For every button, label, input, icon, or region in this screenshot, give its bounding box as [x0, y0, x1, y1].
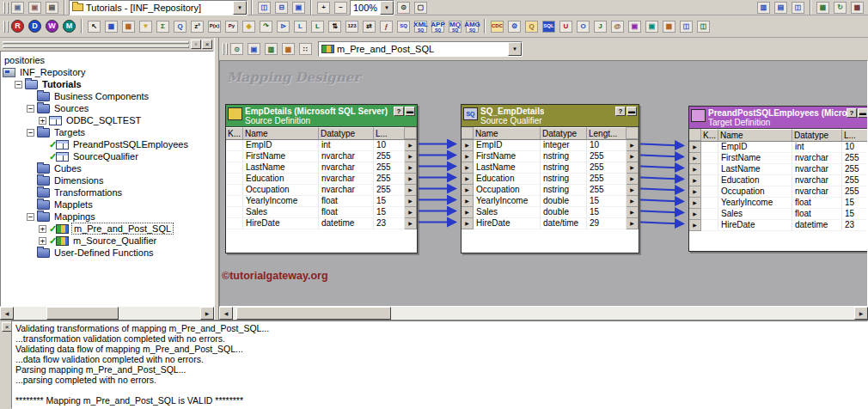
port-row[interactable]: FirstNamenvarchar255▶ — [226, 151, 417, 162]
tree-item-label[interactable]: Sources — [52, 103, 90, 113]
rank-transformation-icon[interactable]: P(x) — [206, 19, 223, 34]
sequence-generator-icon[interactable]: 123 — [344, 19, 360, 34]
arrange-workspace-icon[interactable]: ▥ — [263, 41, 279, 57]
panel-grip[interactable] — [2, 40, 190, 50]
scroll-track[interactable] — [233, 307, 854, 320]
zoom-out-icon[interactable]: − — [333, 0, 349, 15]
port-arrow-button[interactable]: ▶ — [462, 218, 474, 229]
port-arrow-button[interactable]: ▶ — [462, 207, 474, 218]
port-arrow-button[interactable]: ▶ — [627, 151, 639, 162]
xml-source-qualifier-icon[interactable]: XMLSQ — [413, 19, 429, 34]
tree-item-label[interactable]: Tutorials — [40, 79, 83, 89]
port-row[interactable]: ▶Educationnstring255▶ — [462, 174, 639, 185]
table-header[interactable]: EmpDetails (Microsoft SQL Server) Source… — [226, 105, 417, 127]
expand-icon[interactable]: + — [39, 225, 46, 233]
port-arrow-button[interactable]: ▶ — [689, 175, 701, 186]
fit-to-page-icon[interactable]: ▢ — [413, 0, 429, 15]
tree-item-label[interactable]: Transformations — [52, 187, 124, 198]
port-arrow-button[interactable]: ▶ — [689, 186, 701, 198]
collapse-icon[interactable]: − — [27, 105, 34, 113]
toolbar-grip[interactable] — [222, 42, 228, 56]
cdc-source-icon[interactable]: CDC — [489, 19, 505, 34]
port-arrow-button[interactable]: ▶ — [405, 207, 417, 218]
tree-item-cubes[interactable]: Cubes — [1, 162, 213, 174]
tree-item-label[interactable]: Dimensions — [52, 175, 105, 186]
print-icon[interactable]: ▤ — [44, 0, 60, 15]
tree-item-odbc-sqltest[interactable]: +ODBC_SQLTEST — [1, 114, 213, 126]
port-arrow-button[interactable]: ▶ — [405, 218, 417, 229]
port-row[interactable]: ▶FirstNamenstring255▶ — [462, 151, 639, 162]
tree-item-mappings[interactable]: −Mappings — [1, 211, 213, 223]
port-arrow-button[interactable]: ▶ — [462, 196, 474, 207]
edit-tables-icon[interactable]: ▦ — [120, 19, 137, 34]
zoom-tool-icon[interactable]: ⊙ — [229, 41, 245, 57]
mapplet-input-icon[interactable]: ◫ — [678, 19, 694, 34]
port-arrow-button[interactable]: ▶ — [462, 185, 474, 196]
router-transformation-icon[interactable]: Py — [223, 19, 240, 34]
designer-icon[interactable]: D — [27, 19, 43, 34]
tree-item-sources[interactable]: −Sources — [1, 102, 213, 114]
dock-panel-button[interactable]: ▫ — [191, 40, 201, 49]
tree-item-label[interactable]: Business Components — [52, 91, 150, 101]
select-tool-icon[interactable]: ↖ — [86, 19, 102, 34]
tree-item-preandpostsqlemployees[interactable]: ✓PreandPostSQLEmployees — [1, 138, 213, 150]
port-arrow-button[interactable]: ▶ — [405, 162, 417, 174]
check-in-icon[interactable]: ▣ — [27, 0, 43, 15]
port-row[interactable]: ▶LastNamenvarchar255 — [689, 164, 868, 175]
scroll-left-button[interactable]: ◀ — [219, 307, 233, 320]
dropdown-arrow-icon[interactable]: ▼ — [233, 1, 247, 15]
normalizer-transformation-icon[interactable]: ◆ — [241, 19, 257, 34]
dropdown-arrow-icon[interactable]: ▼ — [380, 1, 394, 15]
port-row[interactable]: ▶Educationnvarchar255 — [689, 175, 868, 186]
expand-icon[interactable]: + — [39, 117, 46, 125]
port-arrow-button[interactable]: ▶ — [627, 140, 639, 151]
options-icon[interactable]: ▩ — [849, 0, 865, 15]
tree-item-label[interactable]: m_Pre_and_Post_SQL — [71, 223, 174, 235]
tree-item-positories[interactable]: positories — [1, 54, 213, 66]
port-row[interactable]: ▶Occupationnstring255▶ — [462, 185, 639, 196]
tree-item-label[interactable]: positories — [3, 55, 46, 65]
tree-item-label[interactable]: INF_Repository — [18, 67, 87, 77]
tree-item-transformations[interactable]: Transformations — [1, 186, 213, 198]
arrange-horizontal-icon[interactable]: ▥ — [755, 0, 772, 15]
port-arrow-button[interactable]: ▶ — [405, 174, 417, 185]
source-qualifier-table[interactable]: SQ SQ_EmpDetails Source Qualifier ? ▬ Na… — [461, 104, 639, 253]
create-source-icon[interactable]: ▦ — [103, 19, 119, 34]
update-strategy-icon[interactable]: ↷ — [258, 19, 274, 34]
close-panel-button[interactable]: × — [202, 40, 212, 49]
iconize-workspace-icon[interactable]: ▣ — [246, 41, 262, 57]
custom-transformation-icon[interactable]: ⚙ — [506, 19, 523, 34]
scroll-thumb[interactable] — [46, 307, 119, 320]
new-window-icon[interactable]: ▦ — [815, 0, 831, 15]
lookup-transformation-icon[interactable]: Q — [172, 19, 188, 34]
mapplet-output-icon[interactable]: ◫ — [695, 19, 712, 34]
port-arrow-button[interactable]: ▶ — [689, 164, 701, 175]
toggle-overview-window-icon[interactable]: ▣ — [290, 0, 307, 15]
table-help-button[interactable]: ? — [615, 107, 626, 116]
port-row[interactable]: ▶LastNamenstring255▶ — [462, 162, 639, 174]
port-row[interactable]: ▶Occupationnvarchar255 — [689, 186, 868, 198]
http-transformation-icon[interactable]: @ — [609, 19, 626, 34]
scroll-right-button[interactable]: ▶ — [200, 307, 214, 320]
arrange-iconic-icon[interactable]: ▦ — [280, 41, 296, 57]
port-arrow-button[interactable]: ▶ — [627, 185, 639, 196]
tree-item-label[interactable]: PreandPostSQLEmployees — [71, 139, 190, 150]
table-minimize-button[interactable]: ▬ — [627, 107, 637, 116]
lookup-dynamic-icon[interactable]: L — [309, 19, 326, 34]
port-arrow-button[interactable]: ▶ — [627, 218, 639, 229]
target-definition-table[interactable]: PreandPostSQLEmployees (Micro... Target … — [688, 106, 868, 252]
toolbar-grip[interactable] — [3, 1, 9, 15]
refresh-icon[interactable]: ↻ — [832, 0, 848, 15]
tree-item-inf-repository[interactable]: INF_Repository — [1, 66, 213, 78]
mapping-canvas[interactable]: Mapping Designer EmpDetails (Microsoft S… — [219, 60, 868, 307]
idoc-prepare-icon[interactable]: ▣ — [644, 19, 660, 34]
collapse-icon[interactable]: − — [27, 213, 34, 221]
port-arrow-button[interactable]: ▶ — [689, 142, 701, 153]
arrange-vertical-icon[interactable]: ▤ — [773, 0, 789, 15]
port-arrow-button[interactable]: ▶ — [689, 153, 701, 164]
port-row[interactable]: LastNamenvarchar255▶ — [226, 162, 417, 174]
port-arrow-button[interactable]: ▶ — [689, 198, 701, 209]
aggregator-transformation-icon[interactable]: Σ — [155, 19, 171, 34]
port-arrow-button[interactable]: ▶ — [462, 174, 474, 185]
idoc-interpreter-icon[interactable]: ▣ — [627, 19, 643, 34]
